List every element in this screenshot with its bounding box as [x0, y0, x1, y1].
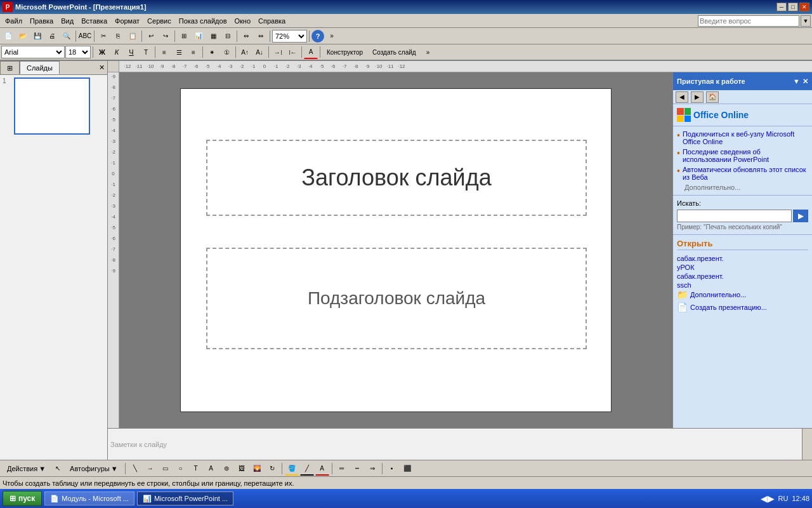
paste-button[interactable]: 📋 — [126, 29, 140, 43]
font-size-decrease-button[interactable]: A↓ — [252, 45, 266, 59]
borders-button[interactable]: ⊟ — [221, 29, 235, 43]
link-auto-update[interactable]: • Автоматически обновлять этот список из… — [677, 166, 808, 181]
align-left-button[interactable]: ≡ — [157, 45, 171, 59]
ellipse-button[interactable]: ○ — [174, 462, 188, 476]
shadow-button-draw[interactable]: ▪ — [385, 462, 399, 476]
open-file-2[interactable]: уРОК — [677, 263, 808, 272]
open-file-4[interactable]: ssch — [677, 281, 808, 290]
save-button[interactable]: 💾 — [30, 29, 44, 43]
nav-home-button[interactable]: 🏠 — [706, 91, 719, 103]
open-more-button[interactable]: 📁 Дополнительно... — [677, 290, 808, 300]
menu-insert[interactable]: Вставка — [77, 14, 111, 27]
font-color-draw-button[interactable]: A — [315, 462, 329, 476]
slide-item[interactable]: 1 — [3, 77, 105, 135]
font-size-increase-button[interactable]: A↑ — [238, 45, 252, 59]
rect-button[interactable]: ▭ — [159, 462, 173, 476]
contract-button[interactable]: ⇔ — [254, 29, 268, 43]
menu-tools[interactable]: Сервис — [143, 14, 175, 27]
help-search-button[interactable]: ▼ — [801, 15, 811, 27]
insert-clipart-button[interactable]: 🖼 — [235, 462, 249, 476]
menu-window[interactable]: Окно — [231, 14, 255, 27]
taskbar-item-powerpoint[interactable]: 📊 Microsoft PowerPoint ... — [137, 491, 233, 505]
open-button[interactable]: 📂 — [16, 29, 30, 43]
increase-indent-button[interactable]: →⁞ — [271, 45, 285, 59]
minimize-button[interactable]: ─ — [776, 3, 787, 11]
select-pointer-button[interactable]: ↖ — [51, 462, 64, 475]
slide-title-box[interactable]: Заголовок слайда — [206, 140, 587, 216]
create-presentation-button[interactable]: 📄 Создать презентацию... — [677, 302, 808, 312]
line-button[interactable]: ╲ — [128, 462, 142, 476]
menu-edit[interactable]: Правка — [26, 14, 57, 27]
fill-color-button[interactable]: 🪣 — [285, 462, 299, 476]
language-indicator[interactable]: RU — [778, 495, 789, 502]
arrow-button[interactable]: → — [143, 462, 157, 476]
textbox-button[interactable]: T — [189, 462, 203, 476]
open-file-1[interactable]: сабак.презент. — [677, 254, 808, 263]
undo-button[interactable]: ↩ — [144, 29, 158, 43]
bullet-button[interactable]: ⁕ — [205, 45, 219, 59]
taskbar-item-module[interactable]: 📄 Модуль - Microsoft ... — [44, 491, 134, 505]
insert-chart-button[interactable]: 📊 — [192, 29, 206, 43]
search-go-button[interactable]: ▶ — [793, 210, 808, 222]
tables-button[interactable]: ▦ — [206, 29, 220, 43]
slides-tab[interactable]: Слайды — [20, 61, 60, 74]
insert-table-button[interactable]: ⊞ — [177, 29, 191, 43]
numbered-button[interactable]: ① — [219, 45, 233, 59]
panel-close-button[interactable]: ✕ — [96, 61, 107, 74]
menu-view[interactable]: Вид — [57, 14, 77, 27]
italic-button[interactable]: К — [110, 45, 124, 59]
preview-button[interactable]: 🔍 — [60, 29, 74, 43]
spell-button[interactable]: ABC — [78, 29, 92, 43]
copy-button[interactable]: ⎘ — [111, 29, 125, 43]
link-office-online[interactable]: • Подключиться к веб-узлу Microsoft Offi… — [677, 130, 808, 145]
align-center-button[interactable]: ☰ — [172, 45, 186, 59]
notes-area[interactable]: Заметки к слайду — [108, 428, 812, 460]
design-button[interactable]: Конструктор — [322, 45, 367, 59]
insert-diagram-button[interactable]: ⊚ — [219, 462, 233, 476]
menu-file[interactable]: Файл — [1, 14, 26, 27]
align-right-button[interactable]: ≡ — [187, 45, 200, 59]
insert-wordart-button[interactable]: A — [204, 462, 218, 476]
link-news[interactable]: • Последние сведения об использовании Po… — [677, 148, 808, 163]
outline-tab[interactable]: ⊞ — [0, 61, 20, 74]
dash-style-button[interactable]: ┅ — [350, 462, 364, 476]
new-button[interactable]: 📄 — [1, 29, 15, 43]
font-selector[interactable]: Arial — [1, 46, 65, 58]
nav-forward-button[interactable]: ▶ — [691, 91, 704, 103]
3d-button[interactable]: ⬛ — [400, 462, 414, 476]
arrow-style-button[interactable]: ⇒ — [365, 462, 379, 476]
menu-help[interactable]: Справка — [254, 14, 289, 27]
link-more[interactable]: Дополнительно... — [677, 184, 808, 191]
bold-button[interactable]: Ж — [95, 45, 109, 59]
toolbar-expand[interactable]: » — [325, 29, 339, 43]
panel-close-x[interactable]: ✕ — [802, 77, 808, 86]
search-field[interactable] — [677, 210, 792, 222]
font-color-button[interactable]: A — [304, 45, 318, 59]
start-button[interactable]: ⊞ пуск — [3, 491, 42, 506]
formatting-expand[interactable]: » — [421, 45, 435, 59]
underline-button[interactable]: Ч — [124, 45, 138, 59]
print-button[interactable]: 🖨 — [45, 29, 59, 43]
open-file-3[interactable]: сабак.презент. — [677, 272, 808, 281]
insert-image-button[interactable]: 🌄 — [250, 462, 264, 476]
nav-back-button[interactable]: ◀ — [676, 91, 688, 103]
panel-back-button[interactable]: ▼ — [793, 77, 800, 86]
line-style-button[interactable]: ═ — [335, 462, 349, 476]
cut-button[interactable]: ✂ — [96, 29, 110, 43]
redo-button[interactable]: ↪ — [159, 29, 173, 43]
notes-scrollbar[interactable] — [802, 429, 812, 460]
new-slide-button[interactable]: Создать слайд — [368, 45, 421, 59]
menu-slideshow[interactable]: Показ слайдов — [175, 14, 231, 27]
help-search-input[interactable] — [698, 15, 799, 27]
actions-button[interactable]: Действия ▼ — [3, 462, 50, 475]
rotate-button[interactable]: ↻ — [265, 462, 279, 476]
slide-subtitle-box[interactable]: Подзаголовок слайда — [206, 248, 587, 349]
shadow-button[interactable]: Т — [139, 45, 153, 59]
line-color-button[interactable]: ╱ — [300, 462, 314, 476]
maximize-button[interactable]: □ — [788, 3, 798, 11]
help-button[interactable]: ? — [311, 30, 324, 43]
menu-format[interactable]: Формат — [111, 14, 143, 27]
font-size-selector[interactable]: 18 — [65, 46, 91, 58]
zoom-select[interactable]: 72% 50% 100% — [272, 30, 307, 43]
expand-button[interactable]: ⇔ — [239, 29, 253, 43]
